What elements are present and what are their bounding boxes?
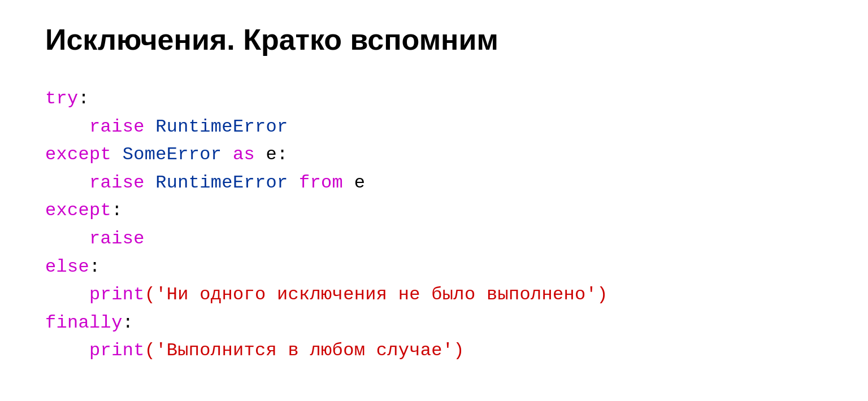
keyword-print2: print [45,340,145,361]
keyword-try: try [45,88,79,109]
code-line-print2: print('Выполнится в любом случае') [45,337,823,365]
code-line-raise2: raise RuntimeError from e [45,169,823,197]
class-someerror: SomeError [111,144,233,165]
colon-else: : [89,256,101,277]
code-line-raise1: raise RuntimeError [45,113,823,141]
keyword-raise1: raise [45,116,155,137]
var-e-colon: e: [255,144,288,165]
page-title: Исключения. Кратко вспомним [45,23,823,56]
code-line-except2: except: [45,197,823,225]
code-line-else: else: [45,253,823,281]
class-runtimeerror1: RuntimeError [155,116,288,137]
keyword-except2: except [45,200,111,221]
code-line-raise3: raise [45,225,823,253]
code-line-finally: finally: [45,309,823,337]
keyword-except1: except [45,144,111,165]
code-block: try: raise RuntimeError except SomeError… [45,85,823,365]
colon-except2: : [111,200,123,221]
colon-finally: : [123,312,134,333]
code-line-print1: print('Ни одного исключения не было выпо… [45,281,823,309]
keyword-as: as [233,144,255,165]
colon-try: : [79,88,90,109]
code-line-try: try: [45,85,823,113]
keyword-else: else [45,256,89,277]
string-print1: ('Ни одного исключения не было выполнено… [145,284,608,305]
code-line-except1: except SomeError as e: [45,141,823,169]
var-e: e [343,172,365,193]
keyword-print1: print [45,284,145,305]
keyword-from: from [299,172,343,193]
class-runtimeerror2: RuntimeError [155,172,299,193]
keyword-raise3: raise [45,228,145,249]
keyword-finally: finally [45,312,123,333]
string-print2: ('Выполнится в любом случае') [145,340,465,361]
keyword-raise2: raise [45,172,155,193]
